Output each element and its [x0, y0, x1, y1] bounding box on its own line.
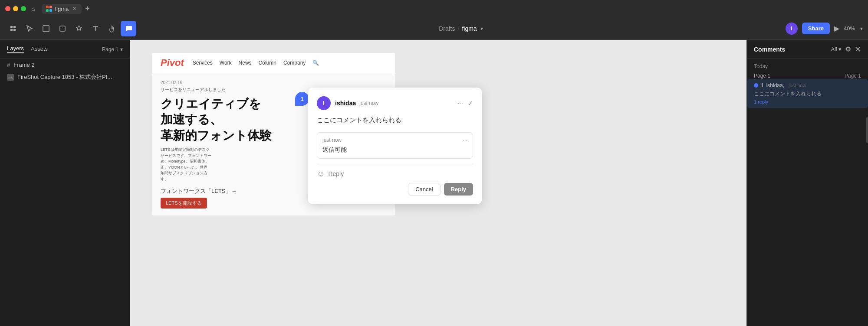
- page-dropdown-button[interactable]: ▾: [480, 26, 483, 32]
- shape-tool-button[interactable]: [55, 21, 70, 36]
- select-tool-button[interactable]: [22, 21, 37, 36]
- design-cta-button[interactable]: LETSを開設する: [161, 198, 207, 209]
- frame-tool-button[interactable]: [38, 21, 54, 36]
- page-section-label: Page 1: [754, 73, 845, 79]
- svg-rect-0: [46, 6, 49, 8]
- main-area: Layers Assets Page 1 ▾ # Frame 2 img Fir…: [0, 40, 868, 326]
- pen-tool-button[interactable]: [71, 21, 87, 36]
- tab-area: figma ✕ +: [42, 4, 89, 14]
- svg-rect-5: [60, 26, 65, 31]
- figma-tab[interactable]: figma ✕: [42, 4, 82, 14]
- cancel-button[interactable]: Cancel: [408, 183, 440, 196]
- comments-filter-button[interactable]: All ▾: [831, 46, 842, 52]
- text-tool-button[interactable]: [88, 21, 103, 36]
- home-button[interactable]: ⌂: [31, 5, 35, 12]
- toolbar-center: Drafts / figma ▾: [138, 25, 784, 32]
- hand-tool-button[interactable]: [104, 21, 120, 36]
- comment-actions: Cancel Reply: [317, 183, 473, 196]
- reply-button[interactable]: Reply: [444, 183, 473, 196]
- svg-rect-1: [49, 6, 52, 8]
- design-body-text: LETSは年間定額制のデスク サービスです。フォントワー め、Monotype、…: [161, 147, 327, 182]
- comment-author: ishidaa: [335, 100, 356, 107]
- pen-icon: [75, 25, 83, 33]
- tab-assets[interactable]: Assets: [31, 46, 48, 53]
- right-panel: Comments All ▾ ⚙ ✕ Today Page 1 Page 1 1…: [746, 40, 868, 326]
- play-button[interactable]: ▶: [834, 24, 839, 33]
- comment-input-row: ☺: [317, 164, 473, 179]
- avatar: I: [786, 23, 798, 35]
- thread-author: ishidaa,: [766, 82, 784, 88]
- reply-reachable: 返信可能: [322, 146, 467, 154]
- layer-thumb-icon: img: [7, 74, 14, 81]
- share-button[interactable]: Share: [802, 23, 830, 34]
- toolbar-right: I Share ▶ 40% ▾: [786, 23, 863, 35]
- comment-reply-area: just now ··· 返信可能: [317, 132, 473, 159]
- comment-resolve-button[interactable]: ✓: [467, 99, 473, 108]
- layer-screenshot[interactable]: img FireShot Capture 1053 - 株式会社PI...: [0, 71, 130, 84]
- frame-layer-icon: #: [7, 62, 10, 68]
- filter-label: All: [831, 46, 837, 52]
- hand-icon: [108, 25, 116, 33]
- frame-icon: [42, 25, 50, 33]
- comment-avatar: I: [317, 96, 331, 110]
- comment-thread-1[interactable]: 1 ishidaa, just now ここにコメントを入れられる 1 repl…: [747, 79, 868, 108]
- toolbar: Drafts / figma ▾ I Share ▶ 40% ▾: [0, 17, 868, 40]
- svg-rect-4: [43, 26, 49, 32]
- menu-icon: [9, 25, 17, 33]
- comment-tool-button[interactable]: [121, 21, 136, 36]
- minimize-traffic-light[interactable]: [13, 6, 18, 11]
- page-selector[interactable]: Page 1 ▾: [102, 46, 123, 52]
- sort-button[interactable]: ⚙: [845, 45, 851, 53]
- text-icon: [92, 25, 99, 33]
- menu-button[interactable]: [5, 21, 21, 36]
- thread-time: just now: [789, 83, 806, 88]
- comment-more-button[interactable]: ···: [457, 99, 463, 107]
- comment-popup: I ishidaa just now ··· ✓ ここにコメントを入れられる j…: [308, 88, 482, 204]
- maximize-traffic-light[interactable]: [21, 6, 26, 11]
- comments-title: Comments: [754, 46, 828, 53]
- reply-more-button[interactable]: ···: [463, 137, 467, 143]
- select-icon: [26, 25, 33, 33]
- tab-layers[interactable]: Layers: [7, 45, 24, 53]
- thread-header: 1 ishidaa, just now: [754, 82, 861, 88]
- zoom-level: 40%: [844, 25, 855, 32]
- drafts-label: Drafts: [439, 25, 455, 32]
- design-date: 2021.02.16: [161, 80, 386, 85]
- thread-reply-count[interactable]: 1 reply: [754, 99, 861, 104]
- traffic-lights: [5, 6, 26, 11]
- layer-frame2[interactable]: # Frame 2: [0, 59, 130, 71]
- filter-chevron-icon: ▾: [838, 46, 842, 52]
- zoom-dropdown-button[interactable]: ▾: [860, 26, 863, 32]
- tab-close-button[interactable]: ✕: [71, 6, 77, 12]
- titlebar: ⌂ figma ✕ +: [0, 0, 868, 17]
- figma-logo-icon: [46, 6, 52, 12]
- reply-input[interactable]: [328, 170, 473, 177]
- comment-meta: ishidaa just now: [335, 100, 453, 107]
- comment-marker-1[interactable]: 1: [295, 92, 309, 106]
- reply-time-row: just now ···: [322, 137, 467, 143]
- page-name-label: figma: [462, 25, 477, 32]
- design-hero-text: クリエイティブを 加速する、 革新的フォント体験 LETSは年間定額制のデスク …: [161, 96, 327, 182]
- left-panel: Layers Assets Page 1 ▾ # Frame 2 img Fir…: [0, 40, 130, 326]
- breadcrumb-separator: /: [458, 25, 460, 32]
- comment-header: I ishidaa just now ··· ✓: [317, 96, 473, 110]
- tool-group-main: [5, 21, 136, 36]
- emoji-button[interactable]: ☺: [317, 170, 325, 179]
- new-tab-button[interactable]: +: [85, 4, 90, 13]
- design-logo: Pivot: [161, 57, 184, 68]
- design-nav: Pivot Services Work News Column Company …: [152, 53, 395, 73]
- close-panel-button[interactable]: ✕: [855, 45, 861, 54]
- comment-icon: [125, 25, 132, 33]
- scrollbar-thumb[interactable]: [866, 117, 868, 143]
- thread-num: 1: [761, 82, 764, 88]
- comment-number: 1: [300, 96, 303, 102]
- scrollbar-track: [866, 108, 868, 326]
- comment-body: ここにコメントを入れられる: [317, 115, 473, 125]
- page-label-right: Page 1: [845, 73, 861, 79]
- canvas[interactable]: Pivot Services Work News Column Company …: [130, 40, 746, 326]
- right-header: Comments All ▾ ⚙ ✕: [747, 40, 868, 59]
- close-traffic-light[interactable]: [5, 6, 10, 11]
- layer-frame2-label: Frame 2: [13, 62, 34, 68]
- comment-time: just now: [359, 100, 378, 106]
- tab-label: figma: [55, 6, 69, 12]
